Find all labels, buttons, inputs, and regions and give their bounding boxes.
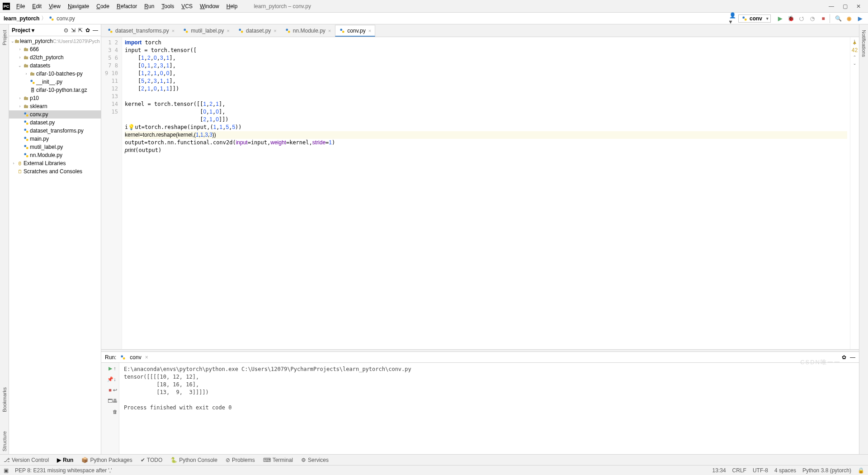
settings-icon[interactable]: ✿ <box>85 27 90 33</box>
project-toolwindow-tab[interactable]: Project <box>1 27 8 48</box>
tree-item-datasets[interactable]: ⌄🖿datasets <box>9 62 101 70</box>
print-icon[interactable]: 🖶 <box>111 397 118 404</box>
bottom-tab-python-packages[interactable]: 📦Python Packages <box>81 457 132 463</box>
editor-tab-dataset_transforms-py[interactable]: dataset_transforms.py× <box>103 25 179 37</box>
hide-run-panel-icon[interactable]: — <box>850 354 855 361</box>
stop-button[interactable]: ■ <box>819 14 828 23</box>
tree-item-dataset-transforms-py[interactable]: dataset_transforms.py <box>9 127 101 135</box>
tree-item-666[interactable]: ›🖿666 <box>9 45 101 53</box>
scroll-to-start-icon[interactable]: ↓ <box>111 375 118 383</box>
tool-windows-icon[interactable]: ▣ <box>4 467 9 474</box>
minimize-button[interactable]: — <box>827 3 835 10</box>
project-tree[interactable]: ⌄🖿learn_pytorch C:\Users\12079\Pych›🖿666… <box>9 36 101 454</box>
editor-tab-conv-py[interactable]: conv.py× <box>335 25 375 37</box>
close-tab-icon[interactable]: × <box>368 28 371 33</box>
hide-icon[interactable]: — <box>93 27 98 33</box>
bottom-tab-terminal[interactable]: ⌨Terminal <box>263 457 293 463</box>
tree-item-p10[interactable]: ›🖿p10 <box>9 94 101 102</box>
menu-window[interactable]: Window <box>197 2 222 10</box>
tree-item-dataset-py[interactable]: dataset.py <box>9 119 101 127</box>
close-run-tab-icon[interactable]: × <box>145 354 148 361</box>
tree-item-cifar-10-python-tar-gz[interactable]: 🗄cifar-10-python.tar.gz <box>9 86 101 94</box>
inspection-strip: ▲ 42 ˆ ˇ <box>850 37 859 349</box>
maximize-button[interactable]: ▢ <box>841 3 849 10</box>
python-interpreter[interactable]: Python 3.8 (pytorch) <box>802 467 851 474</box>
menu-navigate[interactable]: Navigate <box>65 2 92 10</box>
expand-down-icon[interactable]: ˇ <box>854 63 856 70</box>
profile-button[interactable]: ◔ <box>808 14 817 23</box>
readonly-lock-icon[interactable]: 🔒 <box>858 467 864 474</box>
tree-item-external-libraries[interactable]: ›🛢External Libraries <box>9 159 101 167</box>
ide-updates-button[interactable]: ◉ <box>844 14 854 23</box>
left-tool-strip: Project Bookmarks Structure <box>0 24 9 454</box>
line-number-gutter[interactable]: 1 2 3 4 5 6 7 8 9 10 11 12 13 14 15 <box>101 37 122 349</box>
user-icon[interactable]: 👤▾ <box>729 14 738 23</box>
project-view-combo[interactable]: Project ▾ <box>12 27 34 33</box>
caret-position[interactable]: 13:34 <box>712 467 726 474</box>
close-button[interactable]: ✕ <box>854 3 863 10</box>
debug-button[interactable]: 🐞 <box>786 14 795 23</box>
bottom-tab-python-console[interactable]: 🐍Python Console <box>170 457 217 463</box>
bottom-tab-services[interactable]: ⚙Services <box>301 457 329 463</box>
notifications-toolwindow-tab[interactable]: Notifications <box>860 27 868 60</box>
menu-file[interactable]: File <box>14 2 28 10</box>
scroll-to-end-icon[interactable]: ↑ <box>111 365 118 372</box>
expand-all-icon[interactable]: ⇲ <box>71 27 75 33</box>
window-controls: — ▢ ✕ <box>827 3 865 10</box>
editor-more-icon[interactable]: ⋮ <box>852 39 857 45</box>
menu-vcs[interactable]: VCS <box>179 2 195 10</box>
breadcrumb-file[interactable]: conv.py <box>48 15 75 22</box>
code-editor[interactable]: import torch input = torch.tensor([ [1,2… <box>122 37 850 349</box>
run-with-coverage-button[interactable]: ⭯ <box>797 14 806 23</box>
menu-view[interactable]: View <box>46 2 63 10</box>
structure-toolwindow-tab[interactable]: Structure <box>1 428 8 454</box>
tree-item-d2lzh-pytorch[interactable]: ›🖿d2lzh_pytorch <box>9 53 101 62</box>
menu-code[interactable]: Code <box>94 2 112 10</box>
breadcrumb-project[interactable]: learn_pytorch <box>4 15 39 22</box>
close-tab-icon[interactable]: × <box>328 28 331 33</box>
menu-tools[interactable]: Tools <box>159 2 177 10</box>
close-tab-icon[interactable]: × <box>172 28 175 33</box>
run-config-combo[interactable]: conv <box>738 14 771 23</box>
select-opened-file-icon[interactable]: ⊙ <box>64 27 68 33</box>
python-console-icon: 🐍 <box>170 457 177 463</box>
svg-rect-16 <box>24 153 27 156</box>
editor-tab-nn-Module-py[interactable]: nn.Module.py× <box>281 25 335 37</box>
tree-item-mutil-label-py[interactable]: mutil_label.py <box>9 143 101 151</box>
clear-all-icon[interactable]: 🗑 <box>111 408 118 415</box>
tree-item-cifar-10-batches-py[interactable]: ›🖿cifar-10-batches-py <box>9 70 101 78</box>
editor-tab-mutil_label-py[interactable]: mutil_label.py× <box>179 25 234 37</box>
line-separator[interactable]: CRLF <box>732 467 746 474</box>
expand-up-icon[interactable]: ˆ <box>854 55 856 62</box>
menu-help[interactable]: Help <box>224 2 241 10</box>
tree-item-conv-py[interactable]: conv.py <box>9 110 101 119</box>
tree-item-nn-module-py[interactable]: nn.Module.py <box>9 151 101 159</box>
close-tab-icon[interactable]: × <box>227 28 230 33</box>
soft-wrap-icon[interactable]: ↩ <box>111 386 118 394</box>
tree-item-sklearn[interactable]: ›🖿sklearn <box>9 102 101 110</box>
bookmarks-toolwindow-tab[interactable]: Bookmarks <box>1 385 8 415</box>
menu-run[interactable]: Run <box>142 2 157 10</box>
run-settings-icon[interactable]: ✿ <box>842 354 846 361</box>
run-button[interactable]: ▶ <box>775 14 784 23</box>
file-encoding[interactable]: UTF-8 <box>753 467 768 474</box>
svg-rect-10 <box>24 129 27 131</box>
bottom-tab-version-control[interactable]: ⎇Version Control <box>4 457 49 463</box>
menu-refactor[interactable]: Refactor <box>114 2 140 10</box>
bottom-tab-run[interactable]: ▶Run <box>57 457 73 463</box>
editor-tab-dataset-py[interactable]: dataset.py× <box>234 25 281 37</box>
tree-item-main-py[interactable]: main.py <box>9 135 101 143</box>
settings-sync-button[interactable]: ▶ <box>855 14 864 23</box>
tree-item--init-py[interactable]: __init__.py <box>9 78 101 86</box>
menu-edit[interactable]: Edit <box>29 2 44 10</box>
search-everywhere-button[interactable]: 🔍 <box>834 14 843 23</box>
console-output[interactable]: E:\anaconda\envs\pytorch\python.exe C:\U… <box>119 363 859 454</box>
tree-item-learn-pytorch[interactable]: ⌄🖿learn_pytorch C:\Users\12079\Pych <box>9 37 101 45</box>
tree-item-scratches-and-consoles[interactable]: 🗒Scratches and Consoles <box>9 167 101 176</box>
right-tool-strip: Notifications <box>859 24 868 454</box>
collapse-all-icon[interactable]: ⇱ <box>78 27 83 33</box>
indent-settings[interactable]: 4 spaces <box>774 467 796 474</box>
bottom-tab-problems[interactable]: ⊘Problems <box>226 457 255 463</box>
bottom-tab-todo[interactable]: ✔TODO <box>141 457 162 463</box>
close-tab-icon[interactable]: × <box>274 28 276 33</box>
